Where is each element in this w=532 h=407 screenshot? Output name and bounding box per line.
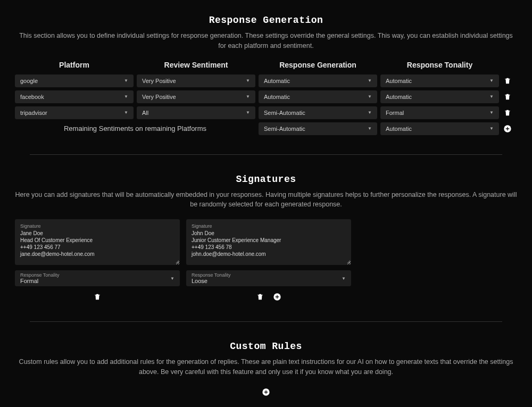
rg-row: tripadvisor▼ All▼ Semi-Automatic▼ Formal… (15, 106, 517, 119)
chevron-down-icon: ▼ (124, 78, 128, 83)
generation-select[interactable]: Semi-Automatic▼ (259, 106, 377, 119)
plus-circle-icon (262, 388, 270, 396)
tonality-select[interactable]: Automatic▼ (380, 122, 499, 135)
chevron-down-icon: ▼ (246, 78, 250, 83)
plus-circle-icon (273, 293, 281, 301)
trash-icon (94, 293, 101, 301)
chevron-down-icon: ▼ (368, 126, 372, 131)
remaining-label: Remaining Sentiments on remaining Platfo… (15, 123, 255, 134)
chevron-down-icon: ▼ (246, 110, 250, 115)
signature-body: Jane Doe Head Of Customer Experience ++4… (20, 230, 174, 258)
signatures-description: Here you can add signatures that will be… (15, 190, 517, 210)
resize-handle-icon: ◢ (347, 259, 350, 264)
signature-body: John Doe Junior Customer Experience Mana… (192, 230, 346, 258)
col-generation: Response Generation (259, 61, 377, 71)
add-custom-rule-button[interactable] (261, 387, 271, 397)
sentiment-select[interactable]: Very Positive▼ (137, 74, 255, 87)
tonality-label: Response Tonality (192, 272, 230, 278)
custom-rules-description: Custom rules allow you to add additional… (15, 357, 517, 377)
signature-field-label: Signature (192, 223, 346, 229)
col-sentiment: Review Sentiment (137, 61, 255, 71)
delete-row-button[interactable] (502, 107, 513, 118)
chevron-down-icon: ▼ (368, 94, 372, 99)
chevron-down-icon: ▼ (489, 94, 494, 99)
generation-select[interactable]: Automatic▼ (259, 90, 377, 103)
tonality-label: Response Tonality (20, 272, 59, 278)
delete-signature-button[interactable] (255, 292, 265, 302)
signatures-title: Signatures (15, 174, 517, 185)
tonality-select[interactable]: Formal▼ (380, 106, 499, 119)
trash-icon (504, 77, 511, 85)
chevron-down-icon: ▼ (368, 110, 372, 115)
trash-icon (256, 293, 264, 301)
signature-tonality-select[interactable]: Response Tonality Formal ▼ (15, 270, 180, 286)
delete-signature-button[interactable] (92, 292, 103, 302)
generation-select[interactable]: Semi-Automatic▼ (259, 122, 377, 135)
add-signature-button[interactable] (272, 292, 282, 302)
platform-select[interactable]: google▼ (15, 74, 134, 87)
chevron-down-icon: ▼ (368, 78, 372, 83)
chevron-down-icon: ▼ (246, 94, 250, 99)
tonality-select[interactable]: Automatic▼ (380, 90, 499, 103)
chevron-down-icon: ▼ (342, 276, 346, 281)
chevron-down-icon: ▼ (489, 126, 494, 131)
signature-tonality-select[interactable]: Response Tonality Loose ▼ (186, 270, 351, 286)
rg-row: google▼ Very Positive▼ Automatic▼ Automa… (15, 74, 517, 87)
chevron-down-icon: ▼ (124, 94, 128, 99)
delete-row-button[interactable] (502, 92, 513, 102)
chevron-down-icon: ▼ (124, 110, 128, 115)
response-generation-description: This section allows you to define indivi… (15, 31, 517, 51)
plus-circle-icon (503, 124, 512, 133)
chevron-down-icon: ▼ (489, 78, 494, 83)
chevron-down-icon: ▼ (489, 110, 494, 115)
chevron-down-icon: ▼ (170, 276, 174, 281)
section-divider (30, 154, 502, 155)
tonality-select[interactable]: Automatic▼ (380, 74, 499, 87)
signature-field-label: Signature (20, 223, 174, 229)
trash-icon (504, 109, 511, 117)
rg-remaining-row: Remaining Sentiments on remaining Platfo… (15, 122, 517, 135)
platform-select[interactable]: tripadvisor▼ (15, 106, 134, 119)
col-tonality: Response Tonality (380, 61, 499, 71)
trash-icon (504, 93, 511, 101)
sentiment-select[interactable]: Very Positive▼ (137, 90, 255, 103)
add-row-button[interactable] (502, 123, 513, 134)
platform-select[interactable]: facebook▼ (15, 90, 134, 103)
signature-textarea[interactable]: Signature Jane Doe Head Of Customer Expe… (15, 219, 180, 265)
delete-row-button[interactable] (502, 76, 513, 86)
generation-select[interactable]: Automatic▼ (259, 74, 377, 87)
sentiment-select[interactable]: All▼ (137, 106, 255, 119)
signature-textarea[interactable]: Signature John Doe Junior Customer Exper… (186, 219, 351, 265)
section-divider (30, 321, 502, 322)
col-platform: Platform (15, 61, 134, 71)
custom-rules-title: Custom Rules (15, 341, 517, 352)
signature-card: Signature John Doe Junior Customer Exper… (186, 219, 351, 302)
signature-card: Signature Jane Doe Head Of Customer Expe… (15, 219, 180, 302)
response-generation-title: Response Generation (15, 15, 517, 26)
resize-handle-icon: ◢ (176, 259, 179, 264)
rg-row: facebook▼ Very Positive▼ Automatic▼ Auto… (15, 90, 517, 103)
